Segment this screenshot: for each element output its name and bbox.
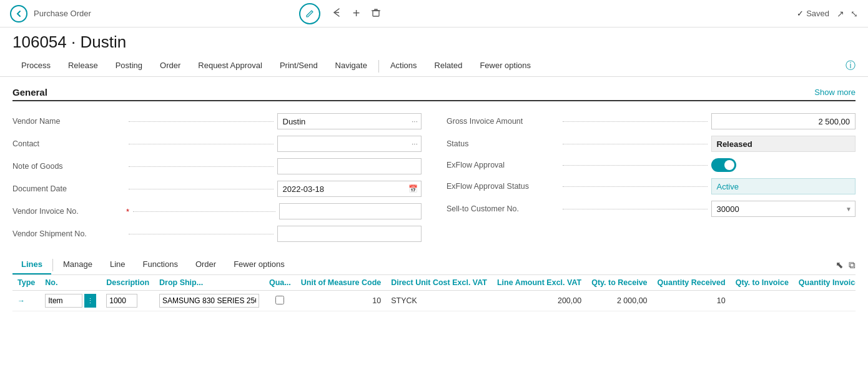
lines-table-wrap: Type No. Description Drop Ship... Qua...…: [12, 275, 856, 311]
col-type: Type: [12, 275, 40, 291]
title-area: 106054 · Dustin: [0, 28, 868, 52]
cell-qty-to-invoice[interactable]: 10: [794, 291, 856, 311]
nav-order[interactable]: Order: [151, 56, 189, 76]
section-header: General Show more: [12, 87, 856, 101]
vendor-shipment-no-input[interactable]: [277, 226, 422, 242]
gross-invoice-amount-row: Gross Invoice Amount: [446, 110, 856, 133]
info-icon[interactable]: ⓘ: [846, 59, 856, 73]
delete-icon[interactable]: [371, 8, 381, 20]
exflow-approval-status-row: ExFlow Approval Status Active: [446, 175, 856, 198]
lines-tab-functions[interactable]: Functions: [134, 255, 187, 274]
note-of-goods-row: Note of Goods: [12, 155, 422, 178]
vendor-invoice-no-input[interactable]: [279, 203, 422, 219]
vendor-invoice-no-dots: [133, 211, 275, 212]
nav-request-approval[interactable]: Request Approval: [189, 56, 271, 76]
lines-nav: Lines Manage Line Functions Order Fewer …: [12, 255, 856, 275]
row-no-input[interactable]: [106, 294, 137, 308]
contact-input-wrap: ···: [277, 136, 422, 152]
col-no: No.: [40, 275, 101, 291]
cell-qty-to-receive[interactable]: 10: [653, 291, 731, 311]
sell-to-customer-select[interactable]: 30000: [711, 201, 856, 217]
cell-unit-measure[interactable]: STYCK: [386, 291, 492, 311]
calendar-icon[interactable]: 📅: [408, 184, 418, 193]
row-menu-button[interactable]: ⋮: [84, 294, 96, 308]
cell-quantity-received[interactable]: [731, 291, 794, 311]
status-released-badge: Released: [711, 136, 856, 152]
col-qty-to-invoice: Qty. to Invoice: [731, 275, 794, 291]
exflow-approval-toggle-wrap: [711, 158, 856, 172]
col-direct-unit-cost: Direct Unit Cost Excl. VAT: [386, 275, 492, 291]
lines-tab-order[interactable]: Order: [187, 255, 225, 274]
nav-release[interactable]: Release: [59, 56, 107, 76]
nav-fewer-options[interactable]: Fewer options: [471, 56, 540, 76]
page-title: 106054 · Dustin: [12, 33, 856, 52]
vendor-name-dots: [129, 121, 274, 122]
contact-more-icon[interactable]: ···: [412, 139, 418, 148]
col-drop-ship: Drop Ship...: [154, 275, 264, 291]
left-fields: Vendor Name ··· Contact ···: [12, 110, 422, 245]
gross-amount-dots: [563, 121, 708, 122]
lines-tab-manage[interactable]: Manage: [54, 255, 101, 274]
add-icon[interactable]: +: [353, 6, 360, 21]
cell-no[interactable]: [101, 291, 154, 311]
nav-process[interactable]: Process: [12, 56, 59, 76]
lines-table-header: Type No. Description Drop Ship... Qua...…: [12, 275, 856, 291]
nav-related[interactable]: Related: [426, 56, 471, 76]
lines-tab-lines[interactable]: Lines: [12, 255, 51, 274]
section-title: General: [12, 87, 47, 98]
edit-button[interactable]: [299, 3, 320, 24]
cell-line-amount[interactable]: 2 000,00: [586, 291, 652, 311]
lines-tab-fewer-options[interactable]: Fewer options: [225, 255, 293, 274]
cell-row-arrow: →: [12, 291, 40, 311]
required-asterisk: *: [126, 207, 129, 216]
right-fields: Gross Invoice Amount Status Released ExF…: [446, 110, 856, 245]
gross-invoice-amount-input[interactable]: [711, 113, 856, 129]
share-icon[interactable]: [332, 8, 342, 20]
checkmark-icon: ✓: [797, 9, 804, 18]
back-button[interactable]: [10, 5, 27, 23]
vendor-shipment-no-value-wrap: [277, 226, 422, 242]
row-dropship-checkbox[interactable]: [275, 296, 284, 304]
table-row: → ⋮ 10 STYCK 200,00 2 000,00: [12, 291, 856, 311]
col-description: Description: [101, 275, 154, 291]
vendor-name-input[interactable]: [277, 113, 422, 129]
note-of-goods-label: Note of Goods: [12, 162, 125, 171]
contact-input[interactable]: [277, 136, 422, 152]
status-value-wrap: Released: [711, 136, 856, 152]
lines-expand-icon[interactable]: ⧉: [849, 259, 856, 271]
svg-rect-0: [373, 11, 379, 16]
gross-invoice-amount-label: Gross Invoice Amount: [446, 117, 559, 126]
nav-print-send[interactable]: Print/Send: [271, 56, 327, 76]
document-date-input-wrap: 📅: [277, 181, 422, 197]
exflow-approval-status-badge: Active: [711, 178, 856, 194]
cell-direct-unit-cost[interactable]: 200,00: [492, 291, 586, 311]
top-bar: Purchase Order + ✓ Saved ↗ ⤡: [0, 0, 868, 28]
expand-window-icon[interactable]: ↗: [837, 9, 844, 19]
lines-tab-line[interactable]: Line: [101, 255, 134, 274]
vendor-name-more-icon[interactable]: ···: [412, 117, 418, 126]
cell-drop-ship[interactable]: [264, 291, 296, 311]
nav-posting[interactable]: Posting: [107, 56, 151, 76]
col-unit-measure: Unit of Measure Code: [296, 275, 387, 291]
cell-description[interactable]: [154, 291, 264, 311]
nav-actions[interactable]: Actions: [382, 56, 426, 76]
exflow-approval-toggle[interactable]: [711, 158, 736, 172]
document-date-label: Document Date: [12, 184, 125, 193]
vendor-name-input-wrap: ···: [277, 113, 422, 129]
collapse-window-icon[interactable]: ⤡: [851, 9, 858, 19]
row-description-input[interactable]: [159, 294, 259, 308]
row-type-input[interactable]: [45, 294, 82, 308]
col-qty-to-receive: Qty. to Receive: [586, 275, 652, 291]
sell-to-customer-dots: [563, 209, 708, 209]
cell-type[interactable]: ⋮: [40, 291, 101, 311]
note-of-goods-input[interactable]: [277, 158, 422, 174]
nav-navigate[interactable]: Navigate: [327, 56, 376, 76]
sell-to-customer-no-label: Sell-to Customer No.: [446, 204, 559, 213]
exflow-approval-status-value-wrap: Active: [711, 178, 856, 194]
sell-to-customer-no-row: Sell-to Customer No. 30000 ▼: [446, 198, 856, 220]
vendor-shipment-no-dots: [129, 234, 274, 234]
document-date-input[interactable]: [277, 181, 422, 197]
cell-quantity[interactable]: 10: [296, 291, 387, 311]
show-more-button[interactable]: Show more: [814, 88, 856, 97]
lines-share-icon[interactable]: ⬉: [836, 259, 844, 271]
